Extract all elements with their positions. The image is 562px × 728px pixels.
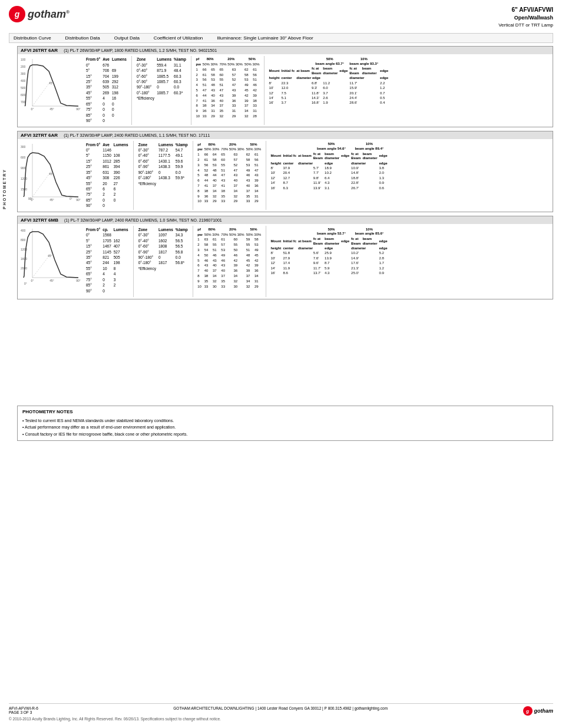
- cu-data-2: pf 80% 20% 50% pw 50% 30% 70% 50% 30% 50…: [196, 141, 263, 210]
- svg-text:200: 200: [21, 65, 26, 68]
- product-subtitle: Open/Wallwash: [498, 14, 553, 22]
- svg-text:2000: 2000: [21, 266, 27, 270]
- section-title-1: AFVI 26TRT 6AR: [21, 48, 58, 53]
- footer-top: AFVI-AFVWI-R-6 PAGE 3 OF 3 GOTHAM ARCHIT…: [9, 706, 553, 716]
- page: g gotham® 6" AFVI/AFVWI Open/Wallwash Ve…: [0, 0, 562, 728]
- svg-text:1500: 1500: [21, 187, 27, 191]
- header-right: 6" AFVI/AFVWI Open/Wallwash Vertical DTT…: [498, 6, 553, 28]
- main-content: AFVI 26TRT 6AR (1) PL-T 26W/30/4P LAMP, …: [17, 46, 553, 441]
- from-data-2: From 0°AveLumens 0°1146 5°1150108 15°101…: [84, 141, 131, 210]
- footer-page: PAGE 3 OF 3: [9, 710, 38, 714]
- notes-title: PHOTOMETRY NOTES: [22, 409, 548, 414]
- divider-1: [131, 56, 132, 125]
- divider-2c: [266, 141, 266, 210]
- section-header-1: AFVI 26TRT 6AR (1) PL-T 26W/30/4P LAMP, …: [18, 47, 553, 54]
- svg-text:300: 300: [21, 72, 26, 75]
- section-header-2: AFVI 32TRT 6AR (1) PL-T 32W/30/4P LAMP, …: [18, 131, 553, 139]
- illum-data-2: 50%beam angle 54.6° 10%beam angle 89.4° …: [269, 141, 389, 210]
- divider-2: [133, 141, 134, 210]
- svg-text:400: 400: [21, 229, 26, 232]
- tab-coefficient-utilization[interactable]: Coefficient of Utilization: [153, 35, 204, 41]
- section-body-1: 100 200 300 400 500 600 700 0° 45° 90°: [18, 54, 553, 127]
- zone-data-1: ZoneLumens%lamp 0°-30°559.431.1 0°-40°87…: [134, 56, 189, 125]
- svg-text:45°: 45°: [49, 198, 54, 202]
- notes-list: Tested to current IES and NEMA standards…: [22, 417, 548, 437]
- svg-text:100: 100: [21, 58, 26, 61]
- illum-data-3: 50%beam angle 53.7° 10%beam angle 85.6° …: [269, 226, 389, 297]
- footer-part-number-text: AFVI-AFVWI-R-6: [9, 706, 38, 710]
- divider-1b: [191, 56, 191, 125]
- section-title-3: AFVI 32TRT 6MB: [21, 218, 58, 223]
- svg-text:1200: 1200: [21, 177, 27, 180]
- cu-data-1: pf 80% 20% 50% pw 50% 30% 70% 50% 30% 50…: [194, 56, 262, 125]
- svg-text:0°: 0°: [24, 282, 27, 285]
- section-afvi32trt6mb: AFVI 32TRT 6MB (1) PL-T 32W/30/4P LAMP, …: [17, 216, 553, 299]
- photometry-label: PHOTOMETRY: [2, 168, 6, 209]
- curve-area-2: 300 600 900 1200 1500 0° 45° 90° 45°: [19, 141, 81, 210]
- section-desc-3: (1) PL-T 32W/30/4P LAMP, 2400 RATED LUME…: [64, 218, 222, 222]
- zone-data-2: ZoneLumens%lamp 0°-30°787.254.7 0°-40°11…: [136, 141, 190, 210]
- product-title: 6" AFVI/AFVWI: [498, 6, 553, 14]
- footer-logo-icon: g: [523, 706, 533, 716]
- note-2: Actual performance may differ as a resul…: [22, 424, 548, 430]
- svg-text:90°: 90°: [76, 279, 81, 282]
- svg-text:45°: 45°: [49, 172, 54, 176]
- note-1: Tested to current IES and NEMA standards…: [22, 417, 548, 424]
- svg-text:45°: 45°: [48, 254, 52, 258]
- footer-copyright: © 2010-2013 Acuity Brands Lighting, Inc.…: [9, 717, 221, 721]
- footer-company-info: GOTHAM ARCHITECTURAL DOWNLIGHTING | 1400…: [173, 706, 388, 716]
- curve-area-3: 400 800 1200 1600 2000 0° 45° 90° 45°: [19, 226, 81, 297]
- divider-1c: [264, 56, 265, 125]
- svg-text:0°: 0°: [31, 279, 34, 282]
- svg-text:300: 300: [21, 145, 26, 149]
- footer-part-number: AFVI-AFVWI-R-6 PAGE 3 OF 3: [9, 706, 38, 716]
- svg-text:0°: 0°: [70, 197, 72, 200]
- section-title-2: AFVI 32TRT 6AR: [21, 133, 58, 138]
- from-data-1: From 0°AveLumens 0°676 5°70669 15°704199…: [84, 56, 129, 125]
- svg-text:90°: 90°: [28, 197, 33, 200]
- distribution-curve-3: 400 800 1200 1600 2000 0° 45° 90° 45°: [19, 226, 81, 297]
- logo-icon: g: [9, 6, 25, 22]
- footer: AFVI-AFVWI-R-6 PAGE 3 OF 3 GOTHAM ARCHIT…: [9, 703, 553, 721]
- footer-logo: g gotham: [523, 706, 554, 716]
- distribution-curve-1: 100 200 300 400 500 600 700 0° 45° 90°: [19, 56, 81, 112]
- section-desc-2: (1) PL-T 32W/30/4P LAMP, 2400 RATED LUME…: [64, 133, 210, 137]
- from-data-3: From 0°cp.Lumens 0°1568 5°1705162 15°146…: [84, 226, 131, 297]
- svg-text:800: 800: [21, 238, 26, 242]
- divider-3c: [266, 226, 266, 297]
- svg-text:700: 700: [21, 100, 26, 104]
- note-3: Consult factory or IES file for microgro…: [22, 431, 548, 437]
- tabs-container: Distribution Curve Distribution Data Out…: [9, 33, 553, 43]
- header: g gotham® 6" AFVI/AFVWI Open/Wallwash Ve…: [9, 6, 553, 28]
- footer-logo-text: gotham: [534, 708, 554, 714]
- svg-text:600: 600: [21, 156, 26, 159]
- divider-3: [133, 226, 134, 297]
- curve-area-1: 100 200 300 400 500 600 700 0° 45° 90°: [19, 56, 81, 125]
- logo-area: g gotham®: [9, 6, 70, 22]
- tab-distribution-data[interactable]: Distribution Data: [64, 35, 101, 41]
- svg-text:90°: 90°: [76, 198, 81, 202]
- tab-illuminance[interactable]: Illuminance: Single Luminaire 30" Above …: [216, 35, 314, 41]
- svg-text:45°: 45°: [49, 279, 54, 282]
- svg-text:1600: 1600: [21, 257, 27, 261]
- section-body-3: 400 800 1200 1600 2000 0° 45° 90° 45°: [18, 224, 553, 299]
- logo-text: gotham®: [28, 8, 70, 21]
- tab-output-data[interactable]: Output Data: [113, 35, 141, 41]
- divider-3b: [193, 226, 193, 297]
- svg-text:400: 400: [21, 79, 26, 83]
- svg-text:90°: 90°: [76, 107, 81, 111]
- illum-data-1: 50%beam angle 63.7° 10%beam angle 93.3° …: [267, 56, 391, 125]
- product-type: Vertical DTT or TRT Lamp: [498, 22, 553, 28]
- section-desc-1: (1) PL-T 26W/30/4P LAMP, 1800 RATED LUME…: [64, 48, 217, 52]
- svg-text:0°: 0°: [31, 107, 34, 111]
- svg-text:45°: 45°: [49, 81, 54, 85]
- svg-text:900: 900: [21, 166, 26, 170]
- svg-text:600: 600: [21, 93, 26, 97]
- footer-bottom: © 2010-2013 Acuity Brands Lighting, Inc.…: [9, 717, 553, 721]
- section-body-2: 300 600 900 1200 1500 0° 45° 90° 45°: [18, 139, 553, 212]
- photometry-sidebar: PHOTOMETRY: [0, 77, 8, 301]
- cu-data-3: pf 80% 20% 50% pw 50% 30% 70% 50% 30% 50…: [196, 226, 263, 297]
- tab-distribution-curve[interactable]: Distribution Curve: [12, 35, 52, 41]
- svg-text:45°: 45°: [49, 107, 54, 111]
- section-afvi32trt6ar: AFVI 32TRT 6AR (1) PL-T 32W/30/4P LAMP, …: [17, 131, 553, 212]
